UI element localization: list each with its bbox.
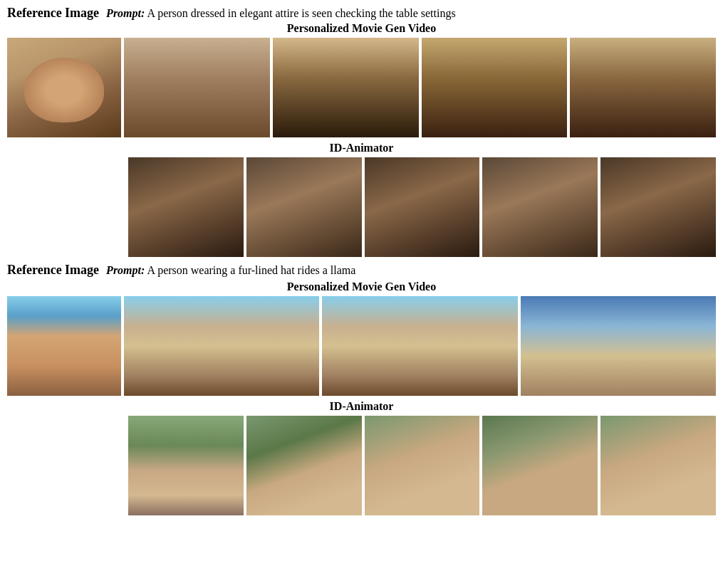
ref-label-2: Reference Image [7, 263, 99, 278]
ref-image-1 [7, 38, 121, 137]
section1-idanimator-row [128, 157, 716, 257]
idanimator-frame-2-5 [600, 416, 716, 515]
idanimator-frame-1-2 [246, 157, 362, 257]
section2-header: Reference Image Prompt: A person wearing… [7, 263, 716, 278]
idanimator-frame-1-3 [365, 157, 480, 257]
idanimator-frame-1-1 [128, 157, 244, 257]
section1-moviegen-row [7, 38, 716, 137]
idanimator-frame-2-2 [246, 416, 362, 515]
prompt-2: Prompt: A person wearing a fur-lined hat… [106, 264, 355, 277]
section2-moviegen-row [7, 296, 716, 396]
section2-title1: Personalized Movie Gen Video [7, 280, 716, 293]
idanimator-frame-1-4 [482, 157, 598, 257]
section2-idanimator-row [128, 416, 716, 515]
prompt-prefix-2: Prompt: [106, 264, 145, 276]
section1-title2: ID-Animator [7, 142, 716, 154]
moviegen-frame-1-1 [124, 38, 270, 137]
section1-header: Reference Image Prompt: A person dressed… [7, 6, 716, 21]
prompt-prefix-1: Prompt: [106, 7, 145, 19]
moviegen-frame-1-4 [570, 38, 716, 137]
moviegen-frame-1-2 [273, 38, 419, 137]
idanimator-frame-1-5 [600, 157, 716, 257]
section1-title1: Personalized Movie Gen Video [7, 22, 716, 35]
moviegen-frame-1-3 [422, 38, 568, 137]
moviegen-frame-2-3 [521, 296, 716, 396]
section2-title2: ID-Animator [7, 400, 716, 413]
ref-image-2 [7, 296, 121, 396]
prompt-body-1: A person dressed in elegant attire is se… [147, 7, 455, 19]
idanimator-frame-2-4 [482, 416, 598, 515]
page: Reference Image Prompt: A person dressed… [0, 0, 723, 527]
moviegen-frame-2-2 [322, 296, 517, 396]
idanimator-frame-2-1 [128, 416, 244, 515]
prompt-1: Prompt: A person dressed in elegant atti… [106, 7, 456, 20]
moviegen-frame-2-1 [124, 296, 319, 396]
idanimator-frame-2-3 [365, 416, 480, 515]
ref-label-1: Reference Image [7, 6, 99, 21]
prompt-body-2: A person wearing a fur-lined hat rides a… [147, 264, 355, 276]
